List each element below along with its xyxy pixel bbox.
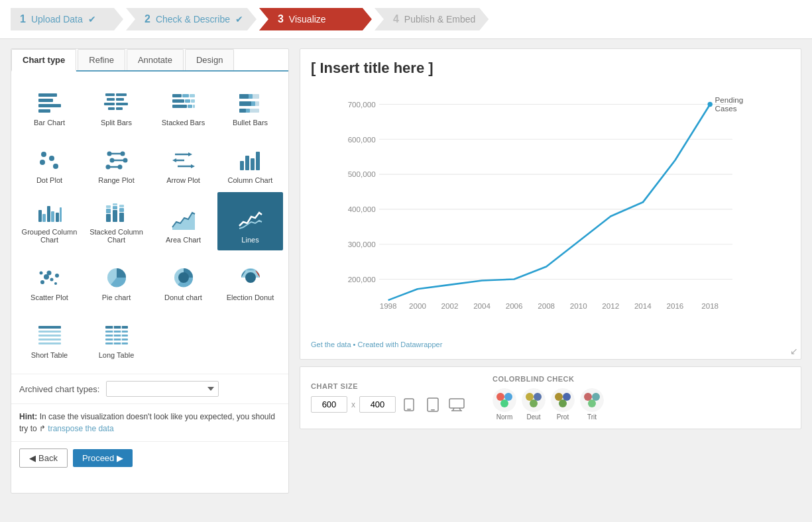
step-1-label: Upload Data [31,14,83,25]
svg-point-127 [504,393,512,401]
svg-rect-59 [106,214,111,222]
chart-type-lines[interactable]: Lines [217,192,283,250]
svg-text:600,000: 600,000 [348,135,376,144]
chart-type-scatter-plot[interactable]: Scatter Plot [17,252,82,308]
chart-type-election-donut[interactable]: Election Donut [217,252,283,308]
election-donut-icon [237,266,264,289]
archived-select[interactable] [106,381,219,397]
svg-point-71 [46,271,51,276]
get-data-link[interactable]: Get the data [311,340,351,348]
cb-trit-label: Trit [587,413,597,421]
back-label: Back [38,453,58,463]
wizard-header: 1 Upload Data ✔ 2 Check & Describe ✔ 3 V… [0,0,812,39]
chart-type-arrow-plot[interactable]: Arrow Plot [150,134,216,191]
resize-handle[interactable]: ↙ [790,346,798,356]
step-3[interactable]: 3 Visualize [259,8,372,30]
colorblind-trit[interactable]: Trit [580,388,604,421]
chart-type-bar-chart[interactable]: Bar Chart [17,77,82,133]
chart-type-split-bars[interactable]: Split Bars [84,77,149,133]
datawrapper-link[interactable]: Created with Datawrapper [358,340,443,348]
step-2-check: ✔ [235,14,243,25]
svg-rect-14 [190,94,195,97]
tab-design[interactable]: Design [185,49,234,70]
svg-rect-50 [245,156,249,170]
svg-rect-54 [42,214,46,222]
cb-norm-circle [493,388,516,412]
chart-type-stacked-bars[interactable]: Stacked Bars [150,77,216,133]
bar-chart-label: Bar Chart [34,119,65,127]
svg-rect-53 [38,210,42,222]
proceed-arrow-icon: ▶ [117,453,123,463]
tab-refine[interactable]: Refine [78,49,125,70]
svg-rect-0 [38,93,57,97]
svg-marker-48 [191,164,195,168]
chart-type-short-table[interactable]: Short Table [17,309,82,366]
width-input[interactable] [311,396,347,413]
chart-type-donut-chart[interactable]: Donut chart [150,252,216,308]
mobile-small-icon[interactable] [400,395,418,414]
left-panel: Chart type Refine Annotate Design Bar Ch… [11,48,289,494]
size-x-separator: x [351,400,355,409]
chart-type-bullet-bars[interactable]: Bullet Bars [217,77,283,133]
chart-type-stacked-column[interactable]: Stacked Column Chart [84,192,149,250]
tab-annotate[interactable]: Annotate [127,49,184,70]
tablet-icon[interactable] [424,395,442,414]
size-inputs: x [311,395,466,414]
step-4[interactable]: 4 Publish & Embed [375,8,489,30]
svg-rect-58 [60,207,62,222]
svg-point-126 [496,393,504,401]
svg-text:2006: 2006 [506,301,523,310]
svg-text:2018: 2018 [701,301,719,310]
svg-rect-85 [105,331,128,333]
step-2[interactable]: 2 Check & Describe ✔ [126,8,257,30]
scatter-plot-label: Scatter Plot [30,293,68,301]
chart-type-area-chart[interactable]: Area Chart [150,192,216,250]
back-button[interactable]: ◀ Back [19,448,68,468]
svg-rect-8 [116,103,128,105]
cb-trit-circle [580,388,604,412]
svg-rect-63 [113,206,117,209]
chart-type-column-chart[interactable]: Column Chart [217,134,283,191]
svg-rect-121 [449,399,464,408]
area-chart-icon [170,208,197,232]
cb-deut-label: Deut [526,413,540,421]
svg-text:2012: 2012 [602,301,619,310]
height-input[interactable] [359,396,396,413]
stacked-column-icon [103,200,130,224]
svg-rect-65 [119,213,124,222]
tab-chart-type[interactable]: Chart type [11,49,76,72]
chart-type-grouped-column[interactable]: Grouped Column Chart [17,192,82,250]
hint-bold: Hint: [19,412,37,421]
svg-rect-55 [47,206,50,222]
proceed-button[interactable]: Proceed ▶ [73,449,133,467]
device-icons [400,395,466,414]
svg-rect-16 [185,99,190,103]
svg-point-131 [534,393,542,401]
svg-marker-44 [188,152,192,156]
chart-controls: CHART SIZE x [300,366,801,429]
step-2-label: Check & Describe [156,14,230,25]
stacked-bars-label: Stacked Bars [162,119,205,127]
svg-rect-3 [38,109,50,113]
svg-text:500,000: 500,000 [348,170,376,178]
svg-text:Cases: Cases [715,104,737,113]
svg-rect-87 [105,339,128,340]
chart-type-range-plot[interactable]: Range Plot [84,134,149,191]
svg-rect-23 [239,94,249,99]
transpose-link[interactable]: transpose the data [48,424,113,433]
desktop-icon[interactable] [447,395,466,414]
chart-type-pie-chart[interactable]: Pie chart [84,252,149,308]
chart-type-dot-plot[interactable]: Dot Plot [17,134,82,191]
colorblind-norm[interactable]: Norm [493,388,516,421]
step-4-num: 4 [393,13,399,25]
colorblind-deut[interactable]: Deut [522,388,546,421]
colorblind-items: Norm Deut [493,388,604,421]
svg-rect-62 [113,210,117,222]
svg-rect-51 [251,158,255,170]
step-1[interactable]: 1 Upload Data ✔ [11,8,123,30]
svg-point-37 [109,158,114,163]
column-chart-label: Column Chart [228,176,273,184]
chart-type-long-table[interactable]: Long Table [84,309,149,366]
dot-plot-label: Dot Plot [36,176,62,184]
colorblind-prot[interactable]: Prot [551,388,575,421]
